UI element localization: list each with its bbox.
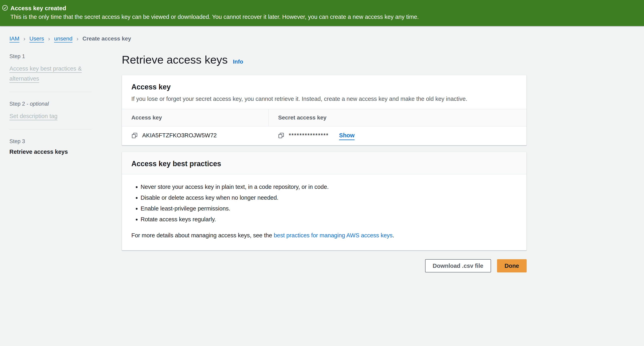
flashbar-message: This is the only time that the secret ac… <box>10 13 419 21</box>
content-area: Step 1 Access key best practices & alter… <box>0 53 644 272</box>
step-2-label: Step 2 - optional <box>10 101 92 107</box>
done-button[interactable]: Done <box>497 259 527 272</box>
secret-access-key-masked-value: *************** <box>289 132 328 139</box>
wizard-step-2: Step 2 - optional Set description tag <box>10 101 92 121</box>
breadcrumb-separator-icon: › <box>20 35 30 42</box>
access-key-card-title: Access key <box>131 83 517 91</box>
footer-text-prefix: For more details about managing access k… <box>131 232 274 239</box>
access-key-id-value: AKIA5FTZFKO3ROJW5W72 <box>142 132 217 139</box>
footer-text-suffix: . <box>393 232 394 239</box>
best-practices-card-body: Never store your access key in plain tex… <box>122 174 526 250</box>
step-2-link[interactable]: Set description tag <box>10 113 58 119</box>
copy-icon[interactable] <box>131 132 138 139</box>
success-flashbar: Access key created This is the only time… <box>0 0 644 26</box>
best-practices-card: Access key best practices Never store yo… <box>122 152 527 250</box>
info-link[interactable]: Info <box>233 59 243 65</box>
step-3-current-title: Retrieve access keys <box>10 149 68 155</box>
table-row: AKIA5FTZFKO3ROJW5W72 <box>122 126 526 145</box>
flashbar-text: Access key created This is the only time… <box>10 4 419 21</box>
step-2-label-text: Step 2 - <box>10 101 30 107</box>
step-2-optional-text: optional <box>30 101 49 107</box>
secret-access-key-cell: *************** Show <box>268 126 526 145</box>
list-item: Rotate access keys regularly. <box>140 215 517 223</box>
best-practices-list: Never store your access key in plain tex… <box>131 183 517 223</box>
step-1-link[interactable]: Access key best practices & alternatives <box>10 65 82 82</box>
success-check-circle-icon <box>2 5 9 11</box>
main-content: Retrieve access keys Info Access key If … <box>122 53 527 272</box>
access-key-id-cell: AKIA5FTZFKO3ROJW5W72 <box>122 126 268 145</box>
download-csv-button[interactable]: Download .csv file <box>425 259 491 272</box>
wizard-step-nav: Step 1 Access key best practices & alter… <box>10 53 92 272</box>
show-secret-link[interactable]: Show <box>339 132 354 139</box>
copy-icon[interactable] <box>278 132 284 139</box>
best-practices-link[interactable]: best practices for managing AWS access k… <box>274 232 393 239</box>
list-item: Never store your access key in plain tex… <box>140 183 517 191</box>
step-divider <box>10 92 92 92</box>
breadcrumb-current-page: Create access key <box>82 36 131 42</box>
breadcrumb-unsend[interactable]: unsend <box>54 36 72 42</box>
access-key-card: Access key If you lose or forget your se… <box>122 75 527 145</box>
column-header-secret-access-key: Secret access key <box>268 109 526 126</box>
access-key-table: Access key Secret access key <box>122 109 526 145</box>
action-buttons-row: Download .csv file Done <box>122 259 527 272</box>
best-practices-card-header: Access key best practices <box>122 152 526 174</box>
breadcrumb-separator-icon: › <box>72 35 82 42</box>
page-title: Retrieve access keys <box>122 53 228 66</box>
page-title-row: Retrieve access keys Info <box>122 53 527 66</box>
step-divider <box>10 129 92 130</box>
step-3-label: Step 3 <box>10 138 92 145</box>
best-practices-footer: For more details about managing access k… <box>131 231 517 239</box>
access-key-card-description: If you lose or forget your secret access… <box>131 95 517 103</box>
column-header-access-key: Access key <box>122 109 268 126</box>
wizard-step-1: Step 1 Access key best practices & alter… <box>10 53 92 84</box>
list-item: Disable or delete access key when no lon… <box>140 194 517 202</box>
breadcrumb-iam[interactable]: IAM <box>10 36 20 42</box>
best-practices-card-title: Access key best practices <box>131 160 517 168</box>
flashbar-title: Access key created <box>10 4 419 13</box>
list-item: Enable least-privilege permissions. <box>140 204 517 212</box>
access-key-card-header: Access key If you lose or forget your se… <box>122 75 526 109</box>
wizard-step-3: Step 3 Retrieve access keys <box>10 138 92 155</box>
breadcrumb: IAM › Users › unsend › Create access key <box>10 35 644 42</box>
breadcrumb-users[interactable]: Users <box>30 36 44 42</box>
step-1-label: Step 1 <box>10 53 92 60</box>
breadcrumb-separator-icon: › <box>44 35 54 42</box>
